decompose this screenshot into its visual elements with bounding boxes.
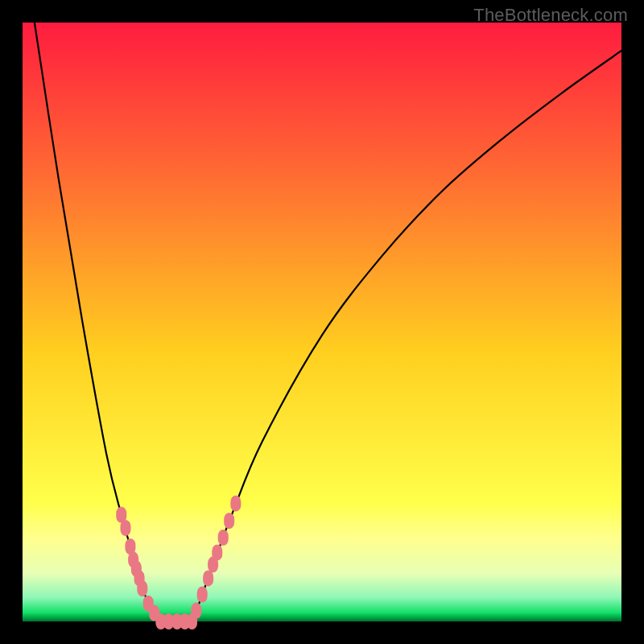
marker-dot xyxy=(137,580,147,597)
marker-dot xyxy=(230,495,241,511)
marker-dot xyxy=(191,603,201,619)
marker-dot xyxy=(212,544,222,560)
marker-dot xyxy=(120,520,130,536)
outer-frame: TheBottleneck.com xyxy=(0,0,644,644)
marker-dot xyxy=(203,570,213,586)
watermark-text: TheBottleneck.com xyxy=(473,5,628,26)
marker-dot xyxy=(218,530,229,546)
curve-markers xyxy=(116,495,241,630)
curve-svg xyxy=(23,23,621,621)
marker-dot xyxy=(224,513,234,529)
marker-dot xyxy=(197,587,208,603)
plot-area xyxy=(23,23,621,621)
